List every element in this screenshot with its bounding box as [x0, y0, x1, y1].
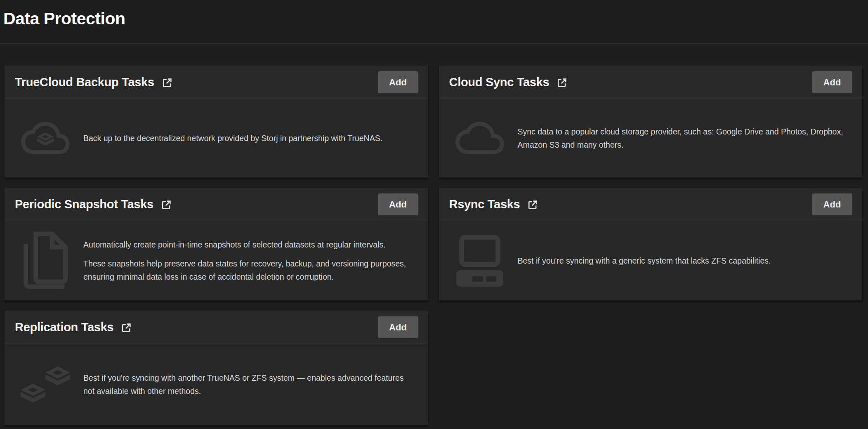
card-description-block: Sync data to a popular cloud storage pro…: [518, 125, 847, 151]
card-body: Sync data to a popular cloud storage pro…: [439, 99, 862, 177]
card-description-block: Automatically create point-in-time snaps…: [83, 238, 413, 283]
add-button[interactable]: Add: [378, 71, 418, 93]
replication-boxes-icon: [20, 366, 71, 403]
card-title: Periodic Snapshot Tasks: [15, 198, 172, 211]
card-icon: [454, 235, 505, 287]
card-body: Back up to the decentralized network pro…: [5, 99, 428, 177]
external-link-icon[interactable]: [160, 199, 172, 211]
computer-icon: [456, 235, 503, 287]
card-body: Best if you're syncing with a generic sy…: [439, 221, 862, 300]
external-link-icon[interactable]: [120, 322, 132, 334]
card-title: TrueCloud Backup Tasks: [15, 75, 173, 89]
page-title: Data Protection: [3, 9, 863, 28]
task-card: Periodic Snapshot Tasks Add: [5, 188, 428, 301]
card-title: Rsync Tasks: [449, 198, 539, 211]
card-description: Back up to the decentralized network pro…: [83, 132, 413, 145]
card-description-block: Best if you're syncing with another True…: [83, 371, 413, 398]
add-button[interactable]: Add: [378, 316, 418, 338]
snapshots-icon: [22, 231, 69, 290]
card-icon: [20, 366, 71, 403]
external-link-icon[interactable]: [161, 77, 173, 89]
cloud-icon: [455, 122, 504, 155]
card-icon: [454, 122, 505, 155]
card-description: Sync data to a popular cloud storage pro…: [518, 125, 847, 151]
card-description: These snapshots help preserve data state…: [83, 257, 413, 283]
card-description-block: Back up to the decentralized network pro…: [83, 132, 413, 145]
title-divider: [0, 43, 868, 44]
external-link-icon[interactable]: [526, 199, 539, 211]
card-header: Cloud Sync Tasks Add: [439, 66, 862, 99]
card-header: Replication Tasks Add: [5, 311, 428, 344]
card-title: Replication Tasks: [15, 321, 132, 334]
card-title: Cloud Sync Tasks: [449, 75, 568, 89]
card-title-text: Replication Tasks: [15, 321, 113, 334]
card-description: Automatically create point-in-time snaps…: [83, 238, 413, 251]
storj-cloud-icon: [21, 122, 70, 155]
card-description: Best if you're syncing with another True…: [83, 371, 413, 398]
card-title-text: Periodic Snapshot Tasks: [15, 198, 153, 211]
card-title-text: Cloud Sync Tasks: [449, 75, 550, 89]
add-button[interactable]: Add: [378, 193, 418, 215]
external-link-icon[interactable]: [556, 77, 568, 89]
add-button[interactable]: Add: [812, 71, 852, 93]
card-body: Best if you're syncing with another True…: [5, 344, 428, 425]
card-title-text: TrueCloud Backup Tasks: [15, 75, 154, 89]
task-card: Rsync Tasks Add Best if: [439, 188, 863, 301]
card-icon: [20, 231, 71, 290]
card-body: Automatically create point-in-time snaps…: [5, 221, 428, 300]
card-title-text: Rsync Tasks: [449, 198, 520, 211]
task-card: Replication Tasks Add: [5, 311, 428, 425]
add-button[interactable]: Add: [812, 193, 852, 215]
card-icon: [20, 122, 71, 155]
card-header: TrueCloud Backup Tasks Add: [5, 66, 428, 99]
card-description: Best if you're syncing with a generic sy…: [518, 254, 847, 267]
card-header: Periodic Snapshot Tasks Add: [5, 188, 428, 221]
card-description-block: Best if you're syncing with a generic sy…: [518, 254, 847, 267]
task-card: TrueCloud Backup Tasks Add: [5, 66, 428, 178]
card-header: Rsync Tasks Add: [439, 188, 862, 221]
data-protection-card-grid: TrueCloud Backup Tasks Add: [5, 66, 862, 425]
task-card: Cloud Sync Tasks Add: [439, 66, 863, 178]
